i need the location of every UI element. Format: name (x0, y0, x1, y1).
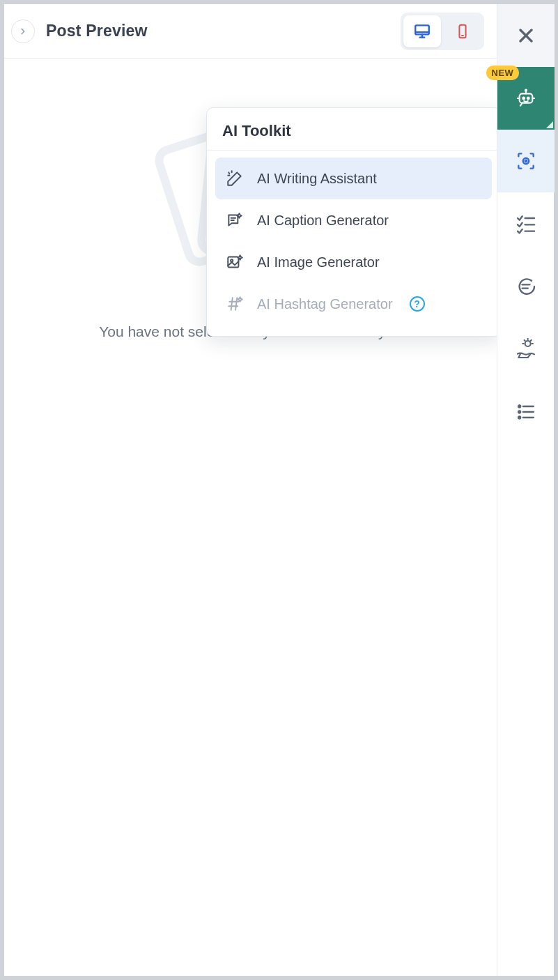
tool-hashtag-generator: AI Hashtag Generator ? (215, 283, 492, 325)
svg-point-18 (527, 98, 529, 100)
svg-point-38 (518, 411, 520, 413)
svg-line-13 (235, 298, 237, 309)
tool-image-generator[interactable]: AI Image Generator (215, 241, 492, 283)
svg-point-24 (525, 160, 527, 162)
ai-toolkit-popup: AI Toolkit AI Writing Assistant AI Capti… (206, 107, 501, 337)
comment-icon (515, 275, 537, 298)
tool-label: AI Writing Assistant (257, 171, 377, 187)
chatbot-icon (515, 87, 537, 109)
svg-rect-0 (415, 25, 429, 34)
ai-toolkit-list: AI Writing Assistant AI Caption Generato… (207, 151, 500, 336)
sidebar-ideas[interactable] (497, 318, 555, 381)
resize-corner-icon (546, 121, 553, 128)
close-panel-button[interactable] (497, 4, 555, 67)
svg-point-30 (525, 341, 530, 346)
hashtag-sparkle-icon (225, 294, 245, 314)
mobile-icon (455, 22, 470, 40)
tool-writing-assistant[interactable]: AI Writing Assistant (215, 158, 492, 199)
list-icon (515, 401, 537, 423)
right-sidebar: NEW (497, 4, 554, 976)
sidebar-ai-bot[interactable]: NEW (497, 67, 555, 130)
chevron-right-icon (18, 26, 28, 36)
svg-line-12 (231, 298, 233, 309)
sidebar-checklist[interactable] (497, 192, 555, 255)
svg-line-34 (530, 340, 531, 341)
new-badge: NEW (486, 66, 520, 80)
device-toggle (401, 13, 484, 50)
svg-point-9 (231, 259, 233, 261)
scan-eye-icon (515, 150, 537, 172)
panel-header: Post Preview (4, 4, 497, 59)
collapse-button[interactable] (11, 20, 35, 43)
tool-caption-generator[interactable]: AI Caption Generator (215, 199, 492, 241)
sidebar-preview[interactable] (497, 130, 555, 192)
tool-label: AI Image Generator (257, 254, 380, 270)
post-preview-panel: Post Preview You have not selected any s… (0, 0, 558, 980)
checklist-icon (515, 213, 537, 235)
panel-title: Post Preview (46, 22, 148, 40)
sidebar-comments[interactable] (497, 255, 555, 318)
svg-line-35 (524, 340, 525, 341)
caption-sparkle-icon (225, 210, 245, 230)
device-mobile-button[interactable] (444, 15, 481, 47)
magic-wand-icon (225, 169, 245, 188)
close-icon (515, 24, 537, 47)
svg-point-20 (525, 90, 526, 91)
help-icon[interactable]: ? (410, 296, 425, 312)
tool-label: AI Caption Generator (257, 213, 389, 229)
svg-point-40 (518, 417, 520, 419)
tool-label: AI Hashtag Generator (257, 296, 393, 312)
idea-hand-icon (515, 338, 537, 360)
main-area: Post Preview You have not selected any s… (4, 4, 497, 976)
desktop-icon (413, 22, 431, 40)
sidebar-list[interactable] (497, 381, 555, 443)
svg-point-36 (518, 406, 520, 408)
device-desktop-button[interactable] (403, 15, 441, 47)
ai-toolkit-title: AI Toolkit (207, 108, 500, 151)
svg-point-17 (522, 98, 525, 100)
image-sparkle-icon (225, 252, 245, 272)
